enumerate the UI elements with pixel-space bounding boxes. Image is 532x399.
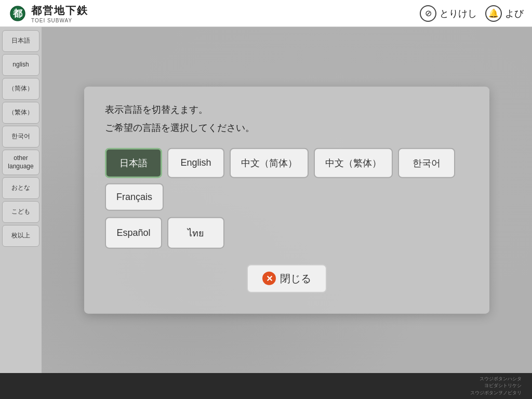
lang-btn-chinese-traditional[interactable]: 中文（繁体） [314, 148, 393, 178]
sidebar-item-english[interactable]: nglish [2, 54, 39, 76]
cancel-label: とりけし [440, 7, 477, 20]
lang-btn-thai[interactable]: ไทย [167, 217, 224, 248]
subway-logo-icon: 都 [8, 4, 27, 23]
lang-btn-french[interactable]: Français [105, 183, 164, 210]
help-label: よび [505, 7, 524, 20]
lang-btn-korean[interactable]: 한국어 [398, 148, 455, 178]
cancel-icon: ⊘ [420, 5, 436, 22]
help-button[interactable]: 🔔 よび [485, 5, 524, 22]
cancel-button[interactable]: ⊘ とりけし [420, 5, 477, 22]
sidebar-item-korean[interactable]: 한국어 [2, 126, 39, 148]
close-label: 閉じる [280, 271, 311, 285]
logo-area: 都 都営地下鉄 TOEI SUBWAY [8, 4, 88, 23]
close-area: ✕ 閉じる [105, 264, 469, 292]
bottom-note: スウジボタンハシタ ヨビダシトリケシ スウジボタンヲノビタリ [470, 376, 522, 397]
bottom-strip: スウジボタンハシタ ヨビダシトリケシ スウジボタンヲノビタリ [0, 373, 532, 399]
sidebar-item-multiple[interactable]: 枚以上 [2, 225, 39, 247]
sidebar-item-chinese-traditional[interactable]: （繁体） [2, 102, 39, 124]
close-icon: ✕ [262, 272, 276, 285]
lang-btn-chinese-simplified[interactable]: 中文（简体） [230, 148, 309, 178]
language-modal: 表示言語を切替えます。 ご希望の言語を選択してください。 日本語 English… [84, 87, 489, 314]
language-row-2: Español ไทย [105, 217, 469, 248]
logo-subtitle: TOEI SUBWAY [31, 18, 88, 23]
svg-text:都: 都 [12, 8, 23, 19]
sidebar: 日本語 nglish （简体） （繁体） 한국어 other language … [0, 27, 42, 373]
sidebar-item-other[interactable]: other language [2, 150, 39, 175]
main-area: 日本語 nglish （简体） （繁体） 한국어 other language … [0, 27, 532, 373]
content-area: 表示言語を切替えます。 ご希望の言語を選択してください。 日本語 English… [42, 27, 532, 373]
sidebar-item-japanese[interactable]: 日本語 [2, 30, 39, 52]
instruction-line2: ご希望の言語を選択してください。 [105, 121, 469, 136]
logo-title: 都営地下鉄 [31, 4, 88, 18]
sidebar-item-chinese-simplified[interactable]: （简体） [2, 78, 39, 100]
logo-text: 都営地下鉄 TOEI SUBWAY [31, 4, 88, 23]
bell-icon: 🔔 [485, 5, 502, 22]
top-buttons: ⊘ とりけし 🔔 よび [420, 5, 524, 22]
top-bar: 都 都営地下鉄 TOEI SUBWAY ⊘ とりけし 🔔 よび [0, 0, 532, 27]
lang-btn-spanish[interactable]: Español [105, 217, 162, 248]
lang-btn-english[interactable]: English [167, 148, 224, 178]
close-button[interactable]: ✕ 閉じる [247, 264, 327, 292]
sidebar-item-child[interactable]: こども [2, 201, 39, 223]
language-row-1: 日本語 English 中文（简体） 中文（繁体） 한국어 Français [105, 148, 469, 210]
lang-btn-japanese[interactable]: 日本語 [105, 148, 162, 178]
sidebar-item-adult[interactable]: おとな [2, 177, 39, 199]
instruction-line1: 表示言語を切替えます。 [105, 102, 469, 117]
